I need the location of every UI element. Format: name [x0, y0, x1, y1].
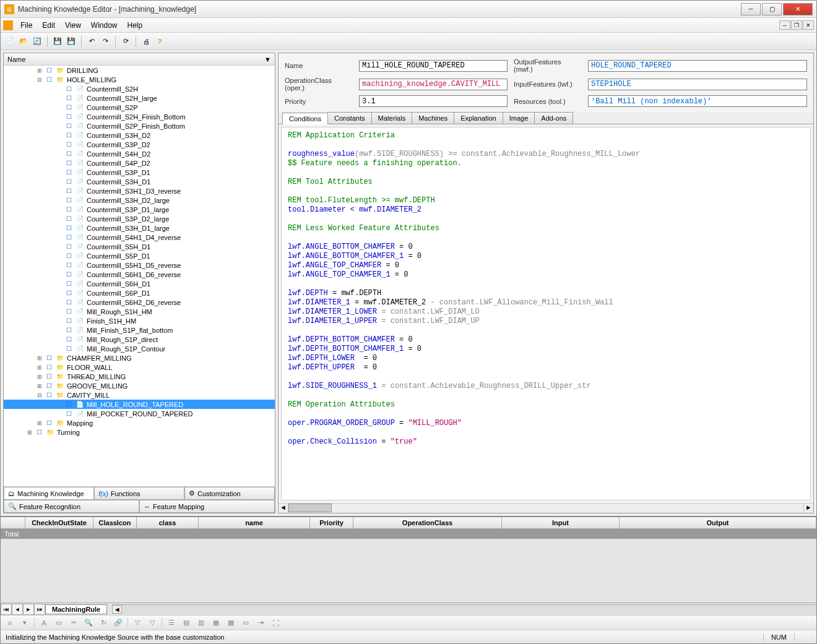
- sheet-first-icon[interactable]: ⏮: [1, 604, 12, 615]
- tree-row[interactable]: ☐📄Countermill_S2H_large: [4, 93, 275, 103]
- code-hscroll[interactable]: ◄ ►: [279, 503, 813, 513]
- checkbox-icon[interactable]: ☐: [64, 307, 73, 316]
- checkbox-icon[interactable]: ☐: [64, 85, 73, 93]
- tree-row-selected[interactable]: ☐📄Mill_HOLE_ROUND_TAPERED: [4, 400, 275, 409]
- tab-conditions[interactable]: Conditions: [282, 113, 328, 124]
- tree-row[interactable]: ☐📄Countermill_S3H_D1: [4, 177, 275, 186]
- tree-row[interactable]: ☐📄Countermill_S6H1_D6_reverse: [4, 270, 275, 279]
- layout-icon[interactable]: ▭: [240, 617, 251, 629]
- menu-help[interactable]: Help: [123, 19, 148, 32]
- tab-machining-knowledge[interactable]: 🗂Machining Knowledge: [4, 487, 94, 500]
- checkbox-icon[interactable]: ☐: [64, 400, 73, 409]
- checkbox-icon[interactable]: ☐: [64, 270, 73, 279]
- checkbox-icon[interactable]: ☐: [45, 391, 53, 400]
- checkbox-icon[interactable]: ☐: [64, 261, 73, 270]
- tree-row[interactable]: ⊞☐📁THREAD_MILLING: [4, 372, 275, 381]
- tree-row[interactable]: ☐📄Finish_S1H_HM: [4, 316, 275, 325]
- checkbox-icon[interactable]: ☐: [64, 410, 73, 418]
- tab-feature-recognition[interactable]: 🔍Feature Recognition: [4, 500, 139, 513]
- tree-row[interactable]: ☐📄Countermill_S3P_D1_large: [4, 205, 275, 214]
- sync-icon[interactable]: ⟳: [120, 36, 131, 47]
- list-icon[interactable]: ☰: [166, 617, 177, 629]
- tree-row[interactable]: ☐📄Countermill_S5H_D1: [4, 242, 275, 251]
- tab-materials[interactable]: Materials: [371, 112, 413, 124]
- input-priority[interactable]: [359, 95, 508, 107]
- tree-row[interactable]: ☐📄Countermill_S2H: [4, 84, 275, 93]
- tree-row[interactable]: ☐📄Countermill_S3H_D2: [4, 131, 275, 140]
- menu-window[interactable]: Window: [86, 19, 123, 32]
- scroll-right-icon[interactable]: ►: [803, 504, 813, 513]
- saveall-icon[interactable]: 💾: [66, 36, 77, 47]
- save-icon[interactable]: 💾: [52, 36, 63, 47]
- expand-icon[interactable]: ⊞: [36, 382, 43, 390]
- export-icon[interactable]: ⇥: [255, 617, 266, 629]
- tree-row[interactable]: ☐📄Mill_Rough_S1P_Contour: [4, 344, 275, 353]
- menu-file[interactable]: File: [15, 19, 37, 32]
- checkbox-icon[interactable]: ☐: [64, 196, 73, 205]
- sheet-hscroll[interactable]: ◄: [112, 604, 816, 614]
- input-opclass[interactable]: [359, 79, 508, 90]
- checkbox-icon[interactable]: ☐: [45, 419, 53, 427]
- checkbox-icon[interactable]: ☐: [64, 187, 73, 195]
- close-button[interactable]: ✕: [783, 3, 813, 15]
- checkbox-icon[interactable]: ☐: [64, 205, 73, 214]
- checkbox-icon[interactable]: ☐: [64, 252, 73, 260]
- checkbox-icon[interactable]: ☐: [64, 103, 73, 112]
- tree-row[interactable]: ⊞☐📁Mapping: [4, 418, 275, 427]
- tree-header[interactable]: Name ▼: [4, 53, 275, 66]
- dropdown-icon[interactable]: ▾: [19, 617, 30, 629]
- tree-row[interactable]: ☐📄Countermill_S6P_D1: [4, 288, 275, 298]
- grid-body[interactable]: [1, 539, 816, 603]
- scroll-left-icon[interactable]: ◄: [279, 504, 288, 513]
- checkbox-icon[interactable]: ☐: [64, 122, 73, 131]
- tree-row[interactable]: ☐📄Countermill_S3P_D2: [4, 140, 275, 149]
- tree-row[interactable]: ☐📄Countermill_S4H1_D4_reverse: [4, 233, 275, 242]
- font-icon[interactable]: A: [38, 617, 50, 629]
- tree-row[interactable]: ⊞☐📁DRILLING: [4, 66, 275, 75]
- tree-row[interactable]: ☐📄Countermill_S3H_D1_large: [4, 223, 275, 233]
- grid-col-classicon[interactable]: ClassIcon: [93, 517, 137, 528]
- menu-edit[interactable]: Edit: [37, 19, 60, 32]
- grid-col-input[interactable]: Input: [502, 517, 620, 528]
- tree-row[interactable]: ☐📄Countermill_S2P: [4, 103, 275, 112]
- link-icon[interactable]: 🔗: [113, 617, 124, 629]
- undo-icon[interactable]: ↶: [86, 36, 97, 47]
- tab-addons[interactable]: Add-ons: [534, 112, 573, 124]
- checkbox-icon[interactable]: ☐: [45, 382, 53, 390]
- grid-col-opclass[interactable]: OperationClass: [353, 517, 502, 528]
- grid-col-checkinout[interactable]: CheckInOutState: [25, 517, 93, 528]
- open-icon[interactable]: 📂: [18, 36, 29, 47]
- checkbox-icon[interactable]: ☐: [64, 233, 73, 242]
- sheet-last-icon[interactable]: ⏭: [34, 604, 45, 615]
- expand-icon[interactable]: ⊞: [36, 373, 43, 380]
- tree-row[interactable]: ☐📄Countermill_S3P_D1: [4, 168, 275, 177]
- grid-col-rowheader[interactable]: [1, 517, 25, 528]
- tab-feature-mapping[interactable]: ↔Feature Mapping: [139, 500, 275, 513]
- format-menu-icon[interactable]: ≡: [4, 617, 15, 629]
- tree-row[interactable]: ☐📄Mill_POCKET_ROUND_TAPERED: [4, 409, 275, 418]
- new-icon[interactable]: 📄: [4, 36, 15, 47]
- checkbox-icon[interactable]: ☐: [64, 326, 73, 335]
- sheet-next-icon[interactable]: ►: [23, 604, 34, 615]
- tree-row[interactable]: ☐📄Countermill_S6H2_D6_reverse: [4, 298, 275, 307]
- input-outfeat[interactable]: [588, 60, 807, 72]
- checkbox-icon[interactable]: ☐: [64, 317, 73, 325]
- mdi-close[interactable]: ✕: [803, 20, 814, 30]
- code-editor[interactable]: REM Application Criteria roughness_value…: [281, 127, 811, 500]
- grid-col-class[interactable]: class: [137, 517, 199, 528]
- tree-row[interactable]: ⊟☐📁CAVITY_MILL: [4, 390, 275, 400]
- checkbox-icon[interactable]: ☐: [64, 289, 73, 298]
- tree-row[interactable]: ☐📄Countermill_S4P_D2: [4, 158, 275, 168]
- minimize-button[interactable]: ─: [741, 3, 761, 15]
- checkbox-icon[interactable]: ☐: [64, 159, 73, 168]
- mdi-minimize[interactable]: ─: [779, 20, 790, 30]
- checkbox-icon[interactable]: ☐: [64, 215, 73, 223]
- checkbox-icon[interactable]: ☐: [64, 178, 73, 186]
- rotate-icon[interactable]: ↻: [98, 617, 109, 629]
- expand-icon[interactable]: ⊞: [36, 364, 43, 371]
- tab-constants[interactable]: Constants: [327, 112, 372, 124]
- checkbox-icon[interactable]: ☐: [64, 280, 73, 288]
- checkbox-icon[interactable]: ☐: [45, 66, 53, 75]
- indent-icon[interactable]: ▤: [181, 617, 192, 629]
- tab-explanation[interactable]: Explanation: [454, 112, 503, 124]
